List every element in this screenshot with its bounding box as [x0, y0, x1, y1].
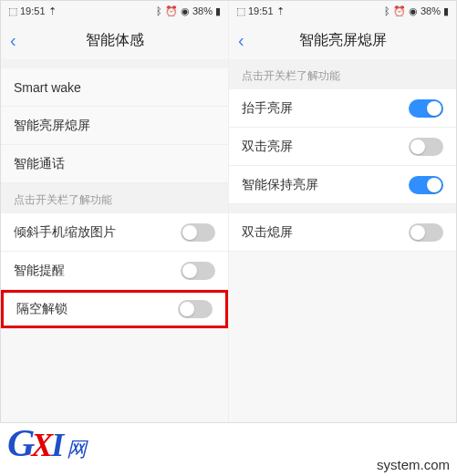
item-label: Smart wake — [14, 80, 81, 95]
upload-icon: ⇡ — [48, 5, 57, 17]
item-label: 智能保持亮屏 — [242, 177, 318, 193]
battery-pct: 38% — [421, 5, 441, 16]
alarm-icon: ⬚ — [236, 5, 245, 17]
back-button[interactable]: ‹ — [238, 31, 244, 49]
item-label: 抬手亮屏 — [242, 100, 293, 117]
page-title: 智能亮屏熄屏 — [299, 31, 387, 50]
item-label: 智能提醒 — [14, 263, 65, 279]
status-time: 19:51 — [248, 5, 274, 16]
toggle-switch[interactable] — [409, 176, 443, 194]
item-label: 倾斜手机缩放图片 — [14, 224, 116, 241]
item-label: 双击熄屏 — [242, 224, 293, 241]
wifi-icon: ◉ — [181, 5, 190, 17]
logo-letter-i: I — [51, 426, 64, 464]
toggle-row-keep-screen-on[interactable]: 智能保持亮屏 — [229, 166, 456, 204]
alarm-icon: ⏰ — [165, 5, 178, 17]
item-label: 智能通话 — [14, 156, 65, 172]
screen-left: ⬚ 19:51 ⇡ ᛒ ⏰ ◉ 38% ▮ ‹ 智能体感 Smart wake … — [1, 1, 229, 422]
wifi-icon: ◉ — [409, 5, 418, 17]
watermark-url: system.com — [377, 457, 450, 472]
toggle-switch[interactable] — [409, 99, 443, 118]
nav-item-screen-on-off[interactable]: 智能亮屏熄屏 — [1, 107, 228, 145]
bluetooth-icon: ᛒ — [384, 5, 390, 16]
battery-icon: ▮ — [215, 5, 221, 17]
toggle-row-tilt-zoom[interactable]: 倾斜手机缩放图片 — [1, 213, 228, 252]
toggle-switch[interactable] — [409, 223, 443, 242]
item-label: 双击亮屏 — [242, 139, 293, 155]
item-label: 隔空解锁 — [16, 301, 68, 317]
alarm-icon: ⬚ — [8, 5, 17, 17]
status-bar: ⬚ 19:51 ⇡ ᛒ ⏰ ◉ 38% ▮ — [1, 1, 228, 21]
section-header: 点击开关栏了解功能 — [1, 183, 228, 213]
nav-item-smart-call[interactable]: 智能通话 — [1, 145, 228, 183]
toggle-row-raise-to-wake[interactable]: 抬手亮屏 — [229, 89, 456, 128]
battery-icon: ▮ — [443, 5, 449, 17]
toggle-row-double-tap-wake[interactable]: 双击亮屏 — [229, 128, 456, 166]
status-bar: ⬚ 19:51 ⇡ ᛒ ⏰ ◉ 38% ▮ — [229, 1, 456, 21]
toggle-row-air-unlock[interactable]: 隔空解锁 — [1, 290, 228, 328]
toggle-switch[interactable] — [181, 223, 215, 242]
item-label: 智能亮屏熄屏 — [14, 118, 90, 134]
toggle-switch[interactable] — [178, 300, 213, 318]
page-title: 智能体感 — [86, 31, 144, 50]
watermark-logo: G X I 网 — [7, 421, 87, 465]
logo-net: 网 — [67, 436, 87, 463]
status-time: 19:51 — [20, 5, 46, 16]
screen-right: ⬚ 19:51 ⇡ ᛒ ⏰ ◉ 38% ▮ ‹ 智能亮屏熄屏 点击开关栏了解功能… — [229, 1, 456, 422]
logo-letter-x: X — [31, 426, 53, 464]
nav-header: ‹ 智能体感 — [1, 21, 228, 59]
toggle-row-smart-remind[interactable]: 智能提醒 — [1, 252, 228, 290]
toggle-switch[interactable] — [409, 138, 443, 156]
toggle-row-double-tap-sleep[interactable]: 双击熄屏 — [229, 213, 456, 252]
bluetooth-icon: ᛒ — [156, 5, 162, 16]
nav-item-smart-wake[interactable]: Smart wake — [1, 68, 228, 107]
upload-icon: ⇡ — [276, 5, 285, 17]
section-header: 点击开关栏了解功能 — [229, 59, 456, 89]
back-button[interactable]: ‹ — [10, 31, 16, 49]
battery-pct: 38% — [192, 5, 213, 16]
nav-header: ‹ 智能亮屏熄屏 — [229, 21, 456, 59]
alarm-icon: ⏰ — [393, 5, 406, 17]
toggle-switch[interactable] — [181, 262, 215, 280]
